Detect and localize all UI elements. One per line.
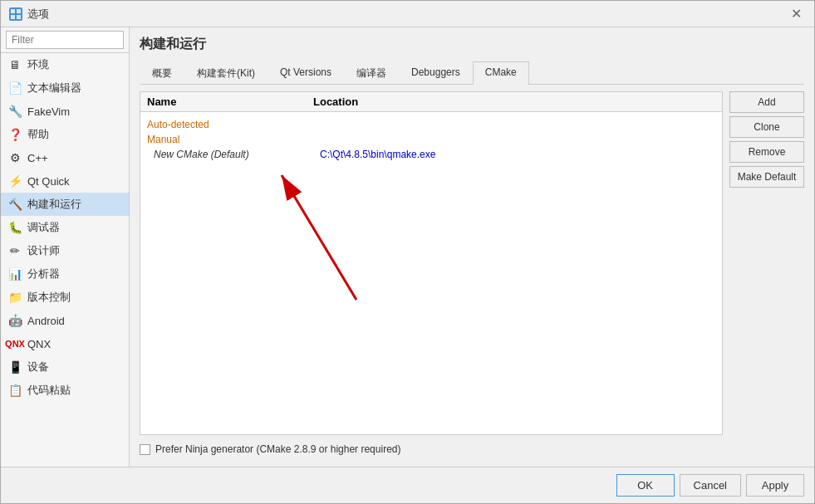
page-title: 构建和运行 bbox=[140, 36, 804, 53]
qnx-icon: QNX bbox=[7, 336, 22, 351]
title-bar-left: 选项 bbox=[9, 7, 49, 22]
tab-debuggers[interactable]: Debuggers bbox=[399, 61, 473, 85]
fakevim-icon: 🔧 bbox=[7, 104, 22, 119]
sidebar-item-vcs[interactable]: 📁 版本控制 bbox=[1, 286, 129, 309]
add-button[interactable]: Add bbox=[729, 91, 804, 113]
sidebar-item-code-paste[interactable]: 📋 代码粘贴 bbox=[1, 379, 129, 402]
sidebar-label-build-run: 构建和运行 bbox=[27, 197, 81, 212]
sidebar-list: 🖥 环境 📄 文本编辑器 🔧 FakeVim ❓ 帮助 ⚙ C++ bbox=[1, 53, 129, 467]
ok-button[interactable]: OK bbox=[616, 474, 675, 497]
table-header: Name Location bbox=[140, 92, 722, 112]
sidebar-item-cpp[interactable]: ⚙ C++ bbox=[1, 146, 129, 169]
designer-icon: ✏ bbox=[7, 243, 22, 258]
app-icon bbox=[9, 7, 22, 21]
svg-rect-3 bbox=[17, 15, 21, 19]
section-auto-detected: Auto-detected bbox=[147, 119, 715, 130]
sidebar-label-qt-quick: Qt Quick bbox=[27, 175, 70, 188]
filter-input[interactable] bbox=[6, 31, 124, 49]
device-icon: 📱 bbox=[7, 360, 22, 374]
apply-button[interactable]: Apply bbox=[746, 474, 804, 497]
tab-qt-versions[interactable]: Qt Versions bbox=[268, 61, 344, 85]
sidebar-label-environment: 环境 bbox=[27, 57, 49, 72]
inner-content: Name Location Auto-detected Manual New C… bbox=[140, 91, 804, 435]
content-area: 🖥 环境 📄 文本编辑器 🔧 FakeVim ❓ 帮助 ⚙ C++ bbox=[1, 27, 814, 467]
col-name-header: Name bbox=[147, 95, 313, 108]
sidebar-label-vcs: 版本控制 bbox=[27, 290, 71, 305]
cpp-icon: ⚙ bbox=[7, 150, 22, 165]
buttons-panel: Add Clone Remove Make Default bbox=[729, 91, 804, 435]
row-cmake-name: New CMake (Default) bbox=[154, 149, 320, 160]
sidebar-item-qnx[interactable]: QNX QNX bbox=[1, 332, 129, 355]
sidebar-label-help: 帮助 bbox=[27, 127, 49, 142]
table-row[interactable]: New CMake (Default) C:\Qt\4.8.5\bin\qmak… bbox=[147, 147, 715, 162]
filter-box bbox=[1, 27, 129, 53]
sidebar-label-fakevim: FakeVim bbox=[27, 105, 70, 118]
svg-rect-1 bbox=[17, 9, 21, 13]
environment-icon: 🖥 bbox=[7, 57, 22, 72]
sidebar-item-environment[interactable]: 🖥 环境 bbox=[1, 53, 129, 76]
col-location-header: Location bbox=[313, 95, 715, 108]
cancel-button[interactable]: Cancel bbox=[680, 474, 741, 497]
sidebar-label-analyzer: 分析器 bbox=[27, 267, 60, 281]
tab-cmake[interactable]: CMake bbox=[473, 61, 529, 85]
title-bar: 选项 ✕ bbox=[1, 1, 814, 27]
sidebar-item-android[interactable]: 🤖 Android bbox=[1, 309, 129, 332]
sidebar-item-designer[interactable]: ✏ 设计师 bbox=[1, 239, 129, 262]
close-button[interactable]: ✕ bbox=[786, 4, 806, 24]
code-paste-icon: 📋 bbox=[7, 383, 22, 398]
remove-button[interactable]: Remove bbox=[729, 141, 804, 163]
sidebar-label-text-editor: 文本编辑器 bbox=[27, 81, 81, 95]
sidebar: 🖥 环境 📄 文本编辑器 🔧 FakeVim ❓ 帮助 ⚙ C++ bbox=[1, 27, 130, 467]
sidebar-item-debugger[interactable]: 🐛 调试器 bbox=[1, 216, 129, 239]
sidebar-label-debugger: 调试器 bbox=[27, 220, 60, 235]
window-title: 选项 bbox=[27, 7, 49, 22]
android-icon: 🤖 bbox=[7, 313, 22, 328]
prefer-ninja-label: Prefer Ninja generator (CMake 2.8.9 or h… bbox=[155, 443, 400, 455]
prefer-ninja-checkbox[interactable] bbox=[140, 444, 150, 455]
analyzer-icon: 📊 bbox=[7, 267, 22, 281]
sidebar-item-text-editor[interactable]: 📄 文本编辑器 bbox=[1, 76, 129, 100]
section-manual: Manual bbox=[147, 134, 715, 145]
bottom-bar: Prefer Ninja generator (CMake 2.8.9 or h… bbox=[140, 440, 804, 458]
options-dialog: 选项 ✕ 🖥 环境 📄 文本编辑器 🔧 FakeVim bbox=[0, 0, 815, 504]
vcs-icon: 📁 bbox=[7, 290, 22, 305]
sidebar-label-device: 设备 bbox=[27, 360, 49, 374]
tab-compilers[interactable]: 编译器 bbox=[344, 61, 399, 85]
sidebar-label-cpp: C++ bbox=[27, 152, 48, 164]
clone-button[interactable]: Clone bbox=[729, 116, 804, 138]
help-icon: ❓ bbox=[7, 127, 22, 142]
svg-rect-0 bbox=[11, 9, 15, 13]
row-cmake-location: C:\Qt\4.8.5\bin\qmake.exe bbox=[320, 149, 709, 160]
sidebar-label-designer: 设计师 bbox=[27, 243, 60, 258]
sidebar-label-android: Android bbox=[27, 315, 65, 327]
sidebar-item-fakevim[interactable]: 🔧 FakeVim bbox=[1, 100, 129, 123]
svg-rect-2 bbox=[11, 15, 15, 19]
table-body: Auto-detected Manual New CMake (Default)… bbox=[140, 112, 722, 434]
sidebar-label-qnx: QNX bbox=[27, 338, 51, 350]
build-run-icon: 🔨 bbox=[7, 197, 22, 212]
tab-overview[interactable]: 概要 bbox=[140, 61, 184, 85]
sidebar-item-qt-quick[interactable]: ⚡ Qt Quick bbox=[1, 169, 129, 193]
tab-kits[interactable]: 构建套件(Kit) bbox=[184, 61, 268, 85]
debugger-icon: 🐛 bbox=[7, 220, 22, 235]
cmake-table-panel: Name Location Auto-detected Manual New C… bbox=[140, 91, 723, 435]
sidebar-label-code-paste: 代码粘贴 bbox=[27, 383, 71, 398]
sidebar-item-build-run[interactable]: 🔨 构建和运行 bbox=[1, 193, 129, 216]
make-default-button[interactable]: Make Default bbox=[729, 166, 804, 188]
tabs: 概要 构建套件(Kit) Qt Versions 编译器 Debuggers C… bbox=[140, 61, 804, 85]
text-editor-icon: 📄 bbox=[7, 81, 22, 95]
qt-quick-icon: ⚡ bbox=[7, 174, 22, 188]
sidebar-item-device[interactable]: 📱 设备 bbox=[1, 355, 129, 379]
sidebar-item-help[interactable]: ❓ 帮助 bbox=[1, 123, 129, 146]
footer: OK Cancel Apply bbox=[1, 467, 814, 503]
main-panel: 构建和运行 概要 构建套件(Kit) Qt Versions 编译器 Debug… bbox=[130, 27, 814, 467]
sidebar-item-analyzer[interactable]: 📊 分析器 bbox=[1, 262, 129, 286]
